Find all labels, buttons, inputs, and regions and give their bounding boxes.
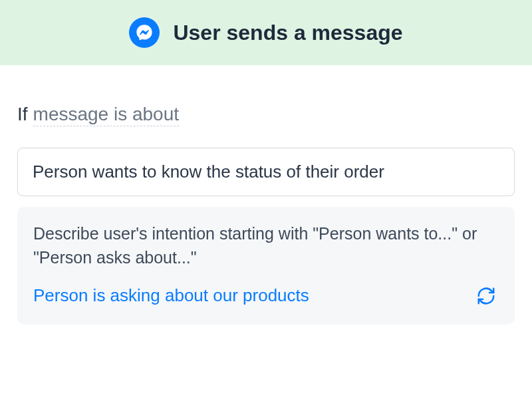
hint-text: Describe user's intention starting with … xyxy=(33,221,499,270)
suggestion-text[interactable]: Person is asking about our products xyxy=(33,285,309,306)
hint-box: Describe user's intention starting with … xyxy=(17,207,515,325)
condition-subject-dropdown[interactable]: message is about xyxy=(33,104,179,126)
messenger-icon xyxy=(129,17,160,48)
suggestion-row: Person is asking about our products xyxy=(33,283,499,309)
trigger-title: User sends a message xyxy=(173,21,402,45)
refresh-icon xyxy=(476,286,496,306)
content-area: If message is about Describe user's inte… xyxy=(0,65,532,325)
condition-line: If message is about xyxy=(17,104,515,126)
refresh-suggestion-button[interactable] xyxy=(473,283,499,309)
trigger-header: User sends a message xyxy=(0,0,532,65)
condition-prefix: If xyxy=(17,104,28,125)
intention-input[interactable] xyxy=(17,148,515,196)
